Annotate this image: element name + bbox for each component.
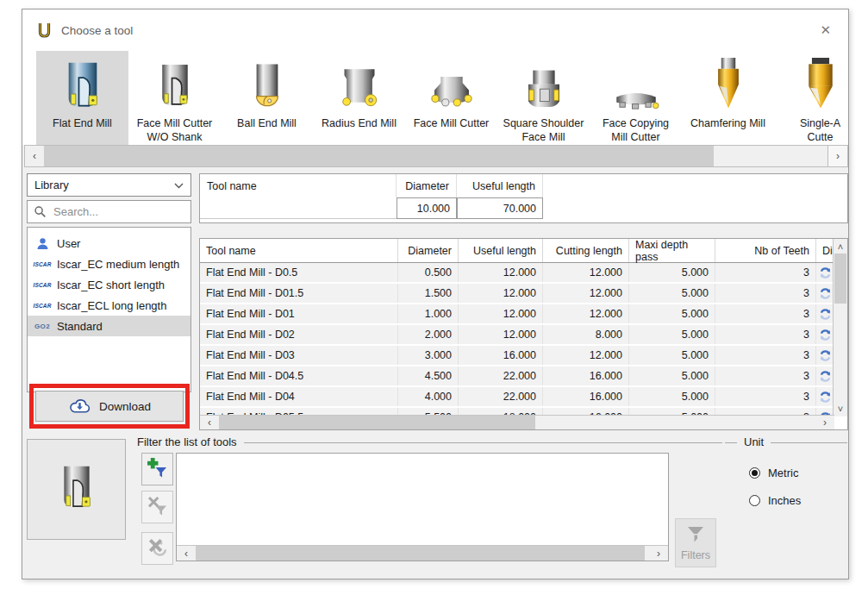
criteria-header-useful-length: Useful length [457,174,543,197]
cell-value: 3 [715,387,816,406]
unit-option-inches[interactable]: Inches [749,494,801,507]
tool-type-square-shoulder-face-mill[interactable]: Square Shoulder Face Mill [497,51,590,145]
filter-list-area[interactable]: ‹ › [176,453,669,561]
table-row[interactable]: Flat End Mill - D0.50.50012.00012.0005.0… [200,263,847,282]
library-item-iscar-ecl-long-length[interactable]: ISCARIscar_ECL long length [28,295,190,316]
scrollbar-thumb[interactable] [219,416,535,429]
tool-type-chamfering-mill[interactable]: Chamfering Mill [682,51,774,145]
tool-type-single-a-cutte[interactable]: Single-A Cutte [774,51,848,145]
cell-value: 3 [715,325,816,344]
tool-type-label: Single-A Cutte [800,116,840,145]
cell-value: 5.000 [629,387,715,406]
unit-option-metric[interactable]: Metric [749,467,801,479]
download-button[interactable]: Download [35,391,184,422]
choose-a-tool-dialog: Choose a tool ✕ Flat End MillFace Mill C… [22,9,849,579]
tool-type-face-mill-cutter[interactable]: Face Mill Cutter [405,51,497,145]
tool-type-face-copying-mill-cutter[interactable]: Face Copying Mill Cutter [590,51,682,145]
close-icon[interactable]: ✕ [820,22,831,38]
table-row[interactable]: Flat End Mill - D01.51.50012.00012.0005.… [200,284,847,303]
table-row[interactable]: Flat End Mill - D04.54.50022.00016.0005.… [200,366,847,385]
table-row[interactable]: Flat End Mill - D022.00012.0008.0005.000… [200,325,847,344]
column-header-diameter[interactable]: Diameter [398,239,459,262]
tool-table-vertical-scrollbar[interactable]: ˄ ˅ [833,239,847,416]
table-row[interactable]: Flat End Mill - D011.00012.00012.0005.00… [200,304,847,323]
library-item-label: Iscar_EC short length [57,279,165,291]
scroll-up-icon[interactable]: ˄ [834,239,847,254]
unit-options: MetricInches [749,467,801,507]
library-dropdown[interactable]: Library [27,173,191,197]
column-header-useful-length[interactable]: Useful length [459,239,543,262]
filter-group-legend: Filter the list of tools [137,435,722,448]
tool-type-face-mill-cutter-w-o-shank[interactable]: Face Mill Cutter W/O Shank [128,51,221,145]
column-header-nb-of-teeth[interactable]: Nb of Teeth [715,239,816,262]
scroll-right-icon[interactable]: › [827,146,847,166]
tool-table-horizontal-scrollbar[interactable]: ‹ › [200,415,834,429]
search-input[interactable] [52,204,190,219]
filter-list-scrollbar[interactable]: ‹ › [177,545,668,561]
cell-value: 8.000 [543,325,629,344]
library-item-user[interactable]: User [28,233,190,254]
cell-value: 1.000 [398,304,459,323]
library-item-label: User [57,237,80,250]
face-mill-cutter-icon [427,56,477,113]
criteria-tool-name-input[interactable] [200,197,397,219]
scrollbar-thumb[interactable] [834,254,846,304]
add-filter-button[interactable] [141,453,173,485]
scroll-right-icon[interactable]: › [649,546,668,561]
cloud-download-icon [68,397,91,416]
cell-value: 16.000 [459,346,543,365]
library-item-iscar-ec-medium-length[interactable]: ISCARIscar_EC medium length [28,254,190,274]
cell-value: 3 [715,366,816,385]
scroll-right-icon[interactable]: › [815,416,834,429]
scrollbar-thumb[interactable] [196,546,645,561]
criteria-diameter-input[interactable]: 10.000 [397,197,457,219]
library-item-standard[interactable]: GO2Standard [28,316,190,336]
cell-value: 5.000 [629,263,715,282]
scrollbar-thumb[interactable] [44,146,714,166]
filters-button: Filters [675,518,716,567]
go2-logo-icon: GO2 [28,323,57,330]
library-list: UserISCARIscar_EC medium lengthISCARIsca… [27,227,191,392]
unit-option-label: Inches [768,494,801,507]
cell-value: 3.000 [398,346,459,365]
cell-value: 22.000 [459,387,543,406]
table-row[interactable]: Flat End Mill - D033.00016.00012.0005.00… [200,346,847,365]
tool-type-label: Face Copying Mill Cutter [603,116,669,145]
ball-end-mill-icon [247,56,287,113]
radius-end-mill-icon [335,56,384,113]
cell-value: 16.000 [543,366,629,385]
column-header-maxi-depth-pass[interactable]: Maxi depth pass [629,239,715,262]
unit-group-legend: Unit [725,435,847,448]
flat-end-mill-icon [58,56,108,113]
cell-tool-name: Flat End Mill - D04 [200,387,398,406]
scroll-left-icon[interactable]: ‹ [200,416,219,429]
filters-button-label: Filters [681,549,710,561]
scroll-down-icon[interactable]: ˅ [834,401,847,416]
tool-type-flat-end-mill[interactable]: Flat End Mill [36,51,128,145]
cell-value: 0.500 [398,263,459,282]
radio-inches[interactable] [749,495,760,506]
title-bar: Choose a tool ✕ [22,9,848,51]
dialog-title: Choose a tool [61,24,133,37]
library-item-iscar-ec-short-length[interactable]: ISCARIscar_EC short length [28,274,190,295]
cell-value: 5.000 [629,366,715,385]
column-header-cutting-length[interactable]: Cutting length [543,239,629,262]
radio-metric[interactable] [749,467,760,479]
cell-tool-name: Flat End Mill - D03 [200,346,398,365]
tool-type-radius-end-mill[interactable]: Radius End Mill [313,51,405,145]
table-row[interactable]: Flat End Mill - D044.00022.00016.0005.00… [200,387,847,406]
filter-group-label: Filter the list of tools [137,435,237,448]
filter-criteria-header: Tool name Diameter Useful length [200,174,847,197]
tool-type-label: Face Mill Cutter [414,116,490,130]
scroll-left-icon[interactable]: ‹ [177,546,196,561]
column-header-tool-name[interactable]: Tool name [200,239,398,262]
cell-value: 12.000 [543,284,629,303]
tool-type-label: Face Mill Cutter W/O Shank [137,116,213,145]
scroll-left-icon[interactable]: ‹ [25,146,44,166]
criteria-useful-length-input[interactable]: 70.000 [457,197,543,219]
chamfering-mill-icon [709,56,747,113]
cell-value: 2.000 [398,325,459,344]
tool-type-ball-end-mill[interactable]: Ball End Mill [221,51,313,145]
tool-strip-scrollbar[interactable]: ‹ › [24,145,848,167]
add-filter-icon [147,458,167,481]
